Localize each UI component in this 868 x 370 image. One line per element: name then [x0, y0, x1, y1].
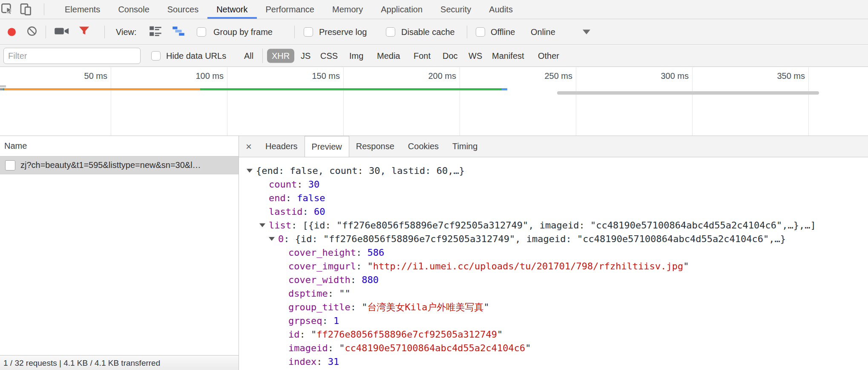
- json-token-key: dsptime: [288, 288, 328, 299]
- table-row[interactable]: zj?ch=beauty&t1=595&listtype=new&sn=30&l…: [0, 156, 239, 174]
- json-tree-line[interactable]: 0: {id: "ff276e8056f58896e7cf92505a31274…: [239, 232, 868, 246]
- type-filter-media[interactable]: Media: [377, 51, 400, 61]
- type-filter-img[interactable]: Img: [349, 51, 363, 61]
- overview-waterfall-icon[interactable]: [172, 26, 185, 38]
- tab-security[interactable]: Security: [431, 0, 480, 19]
- json-token-plain: :: [300, 329, 311, 340]
- list-view-icon[interactable]: [149, 26, 162, 38]
- clear-icon[interactable]: [26, 26, 37, 38]
- type-filter-manifest[interactable]: Manifest: [492, 51, 524, 61]
- json-token-quote: ": [525, 343, 531, 353]
- tab-audits[interactable]: Audits: [480, 0, 522, 19]
- detail-tab-headers[interactable]: Headers: [259, 136, 305, 157]
- type-filter-all[interactable]: All: [244, 51, 253, 61]
- json-token-plain: :: [322, 315, 333, 326]
- json-token-key: cover_imgurl: [288, 261, 356, 272]
- filter-funnel-icon[interactable]: [78, 26, 90, 38]
- overview-request-bar: [0, 88, 507, 90]
- json-token-num: 60: [314, 206, 325, 217]
- close-detail-icon[interactable]: ×: [239, 136, 259, 157]
- tab-memory[interactable]: Memory: [323, 0, 372, 19]
- device-toolbar-icon[interactable]: [19, 2, 33, 17]
- json-token-key: group_title: [288, 302, 351, 312]
- group-by-frame-checkbox[interactable]: [197, 27, 206, 37]
- type-filter-font[interactable]: Font: [414, 51, 431, 61]
- hide-data-urls-checkbox[interactable]: [151, 51, 161, 61]
- json-tree-line[interactable]: cover_imgurl: "http://i1.umei.cc/uploads…: [239, 260, 868, 273]
- ruler-tick-label: 50 ms: [23, 71, 107, 81]
- offline-checkbox[interactable]: [476, 27, 485, 37]
- tab-sources[interactable]: Sources: [158, 0, 207, 19]
- json-token-plain: :: [302, 206, 314, 217]
- json-tree-line[interactable]: id: "ff276e8056f58896e7cf92505a312749": [239, 328, 868, 341]
- json-tree-line[interactable]: lastid: 60: [239, 205, 868, 219]
- json-tree-line[interactable]: list: [{id: "ff276e8056f58896e7cf92505a3…: [239, 219, 868, 232]
- preserve-log-checkbox[interactable]: [304, 27, 313, 37]
- ruler-tick-label: 200 ms: [372, 71, 456, 81]
- type-filter-doc[interactable]: Doc: [443, 51, 458, 61]
- json-tree-line[interactable]: group_title: "台湾美女Kila户外唯美写真": [239, 301, 868, 314]
- json-token-str: http://i1.umei.cc/uploads/tu/201701/798/…: [373, 261, 683, 272]
- screenshot-camera-icon[interactable]: [54, 26, 70, 38]
- type-filter-ws[interactable]: WS: [468, 51, 482, 61]
- tab-console[interactable]: Console: [109, 0, 158, 19]
- panel-tabs: ElementsConsoleSourcesNetworkPerformance…: [56, 0, 522, 19]
- detail-tab-preview[interactable]: Preview: [305, 136, 349, 157]
- tab-network[interactable]: Network: [207, 0, 256, 19]
- json-token-plain: {end: false, count: 30, lastid: 60,…}: [256, 165, 465, 176]
- hide-data-urls-label[interactable]: Hide data URLs: [166, 51, 226, 61]
- json-token-quote: ": [311, 329, 316, 340]
- json-token-num: 880: [362, 275, 379, 285]
- json-tree-line[interactable]: cover_height: 586: [239, 246, 868, 260]
- throttling-dropdown-arrow-icon[interactable]: [583, 29, 590, 34]
- tabbar-separator: [44, 3, 44, 15]
- json-token-quote: ": [367, 261, 373, 272]
- ruler-tick-label: 300 ms: [604, 71, 689, 81]
- disclosure-triangle-icon[interactable]: [269, 237, 275, 241]
- json-tree-line[interactable]: end: false: [239, 191, 868, 205]
- type-filter-xhr[interactable]: XHR: [267, 49, 294, 63]
- type-filter-other[interactable]: Other: [538, 51, 559, 61]
- json-token-num: 586: [367, 247, 384, 258]
- detail-tab-timing[interactable]: Timing: [445, 136, 484, 157]
- type-filter-js[interactable]: JS: [301, 51, 310, 61]
- disable-cache-checkbox[interactable]: [386, 27, 395, 37]
- ruler-gridline: [343, 67, 344, 136]
- detail-tab-strip: × HeadersPreviewResponseCookiesTiming: [239, 136, 868, 157]
- json-tree-line[interactable]: grpseq: 1: [239, 314, 868, 328]
- disclosure-triangle-icon[interactable]: [259, 223, 265, 227]
- ruler-gridline: [576, 67, 576, 136]
- filter-input[interactable]: [3, 48, 141, 64]
- json-tree-line[interactable]: imageid: "cc48190e57100864abc4d55a2c4104…: [239, 341, 868, 355]
- name-column-header[interactable]: Name: [0, 136, 239, 156]
- disable-cache-label[interactable]: Disable cache: [401, 27, 455, 37]
- json-tree-line[interactable]: cover_width: 880: [239, 273, 868, 287]
- json-token-key: grpseq: [288, 315, 322, 326]
- timeline-overview[interactable]: 50 ms100 ms150 ms200 ms250 ms300 ms350 m…: [0, 67, 868, 136]
- detail-tab-cookies[interactable]: Cookies: [401, 136, 445, 157]
- json-token-key: id: [288, 329, 300, 340]
- json-tree-line[interactable]: dsptime: "": [239, 287, 868, 301]
- json-tree-line[interactable]: index: 31: [239, 355, 868, 369]
- tab-performance[interactable]: Performance: [257, 0, 324, 19]
- record-button[interactable]: [8, 28, 16, 36]
- json-tree-line[interactable]: {end: false, count: 30, lastid: 60,…}: [239, 164, 868, 178]
- json-tree-line[interactable]: count: 30: [239, 178, 868, 191]
- tab-elements[interactable]: Elements: [56, 0, 109, 19]
- detail-tab-response[interactable]: Response: [349, 136, 401, 157]
- json-token-str: ff276e8056f58896e7cf92505a312749: [316, 329, 497, 340]
- network-filter-bar: Hide data URLs AllXHRJSCSSImgMediaFontDo…: [0, 45, 868, 67]
- inspect-element-icon[interactable]: [0, 2, 14, 17]
- json-token-key: count: [269, 179, 297, 190]
- json-token-quote: ": [339, 343, 345, 353]
- preserve-log-label[interactable]: Preserve log: [319, 27, 367, 37]
- tab-application[interactable]: Application: [372, 0, 431, 19]
- disclosure-triangle-icon[interactable]: [247, 169, 253, 173]
- offline-label[interactable]: Offline: [491, 27, 515, 37]
- ruler-tick-label: 150 ms: [256, 71, 340, 81]
- type-filter-css[interactable]: CSS: [320, 51, 338, 61]
- toolbar-separator-2: [104, 26, 105, 38]
- group-by-frame-label[interactable]: Group by frame: [213, 27, 273, 37]
- throttling-select[interactable]: Online: [531, 27, 555, 37]
- json-token-key: imageid: [288, 343, 328, 353]
